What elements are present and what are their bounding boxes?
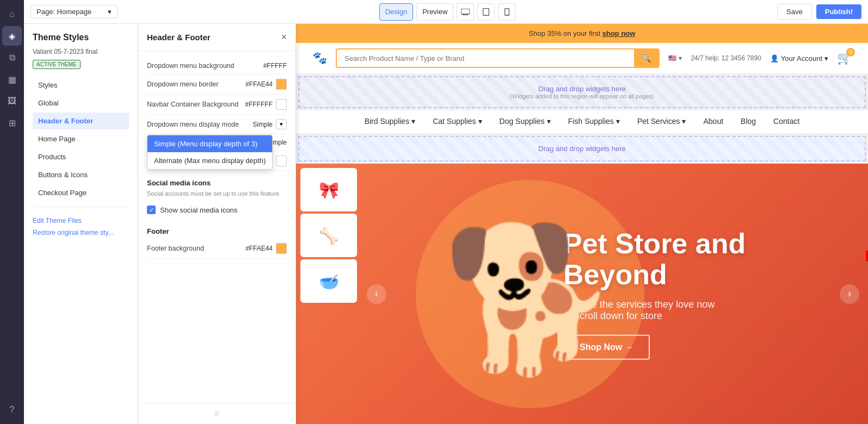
navbar-bg-swatch[interactable] (276, 99, 287, 110)
drag-handle: ≡ (214, 409, 219, 419)
hf-panel-footer: ≡ (138, 403, 296, 424)
publish-button[interactable]: Publish! (816, 4, 861, 19)
hf-row-dropdown-bg: Dropdown menu background #FFFFF (147, 58, 287, 74)
design-btn[interactable]: Design (379, 3, 413, 21)
thumb-3: 🥣 (300, 259, 357, 303)
account-chevron: ▾ (824, 54, 828, 63)
show-social-label: Show social media icons (160, 206, 237, 214)
nav-item-contact[interactable]: Contact (765, 110, 808, 133)
hf-settings-panel: Header & Footer × Dropdown menu backgrou… (138, 24, 296, 424)
thumb-2: 🦴 (300, 214, 357, 257)
hf-row-dropdown-mode: Dropdown menu display mode Simple ▾ Simp… (147, 115, 287, 134)
nav-item-blog[interactable]: Blog (732, 110, 765, 133)
drop-zone-sub: (Widgets added to this region will appea… (307, 93, 857, 99)
active-theme-badge: ACTIVE THEME (33, 60, 81, 69)
footer-section-title: Footer (147, 227, 287, 235)
restore-link[interactable]: Restore original theme sty... (33, 227, 129, 239)
save-button[interactable]: Save (777, 4, 812, 20)
nav-item-fish[interactable]: Fish Supplies ▾ (559, 110, 629, 133)
drop-zone-2-text: Drag and drop widgets here (307, 145, 857, 153)
main-area: Page: Homepage ▾ Design Preview Save Pub… (24, 0, 868, 424)
sidebar-media-icon[interactable]: 🖼 (2, 91, 22, 111)
sidebar-widgets-icon[interactable]: ▦ (2, 70, 22, 89)
dropdown-bg-label: Dropdown menu background (147, 62, 263, 70)
search-button[interactable]: 🔍 (634, 49, 658, 67)
theme-name: Valiant 05-7-2023 final (33, 48, 129, 55)
cart-icon-wrap[interactable]: 🛒 0 (837, 51, 852, 65)
dropdown-mode-label: Dropdown menu display mode (147, 121, 253, 128)
announce-text: Shop 35% on your first (529, 29, 602, 38)
nav-item-dog[interactable]: Dog Supplies ▾ (491, 110, 559, 133)
show-social-checkbox[interactable] (147, 205, 156, 214)
svg-point-5 (486, 14, 487, 15)
hero-side-thumbs: 🎀 🦴 🥣 (296, 164, 361, 424)
page-selector[interactable]: Page: Homepage ▾ (30, 5, 118, 18)
dropdown-border-label: Dropdown menu border (147, 80, 245, 88)
hf-panel-title: Header & Footer (147, 33, 211, 42)
hero-next-arrow[interactable]: › (840, 284, 859, 304)
flag-icon: 🇺🇸 (668, 54, 676, 62)
flag-chevron: ▾ (679, 54, 682, 62)
footer-bg-text: #FFAE44 (245, 245, 273, 252)
sidebar-home-icon[interactable]: ⌂ (2, 4, 22, 24)
search-input[interactable] (337, 50, 634, 67)
sidebar-item-checkout-page[interactable]: Checkout Page (33, 184, 129, 201)
sidebar-item-header-footer[interactable]: Header & Footer (33, 113, 129, 129)
cart-badge: 0 (846, 48, 855, 57)
dropdown-option-alternate[interactable]: Alternate (Max menu display depth) (147, 152, 272, 169)
hf-row-dropdown-border: Dropdown menu border #FFAE44 (147, 74, 287, 95)
nav-item-bird[interactable]: Bird Supplies ▾ (356, 110, 424, 133)
nav-item-about[interactable]: About (694, 110, 732, 133)
quick-search-bg-swatch[interactable] (276, 155, 287, 166)
tablet-view-btn[interactable] (477, 3, 495, 21)
site-nav: Bird Supplies ▾ Cat Supplies ▾ Dog Suppl… (296, 110, 868, 134)
page-selector-label: Page: Homepage (36, 8, 91, 16)
desktop-view-btn[interactable] (457, 3, 474, 21)
drop-zone-above-nav: Drag and drop widgets here (Widgets adde… (298, 76, 866, 108)
site-logo: 🐾 (312, 51, 327, 65)
hero-dog-image: 🐕 (442, 216, 618, 382)
announce-link[interactable]: shop now (602, 29, 636, 38)
hf-row-navbar-bg: Navbar Container Background #FFFFFF (147, 95, 287, 115)
search-bar: 🔍 (336, 48, 660, 68)
sidebar-item-global[interactable]: Global (33, 95, 129, 111)
navbar-bg-text: #FFFFFF (245, 101, 273, 108)
flag-wrap: 🇺🇸 ▾ (668, 54, 682, 62)
hf-row-footer-bg: Footer background #FFAE44 (147, 239, 287, 259)
dropdown-mode-select-wrap: ▾ (276, 119, 287, 129)
thumb-1: 🎀 (300, 168, 357, 211)
sidebar-item-home-page[interactable]: Home Page (33, 130, 129, 147)
drop-zone-text: Drag and drop widgets here (307, 85, 857, 93)
hero-prev-arrow[interactable]: ‹ (367, 284, 386, 304)
sidebar-item-styles[interactable]: Styles (33, 77, 129, 93)
nav-item-pet-services[interactable]: Pet Services ▾ (629, 110, 695, 133)
sidebar-theme-icon[interactable]: ◈ (2, 26, 22, 46)
dropdown-option-simple[interactable]: Simple (Menu display depth of 3) (147, 135, 272, 152)
hero-section: 🎀 🦴 🥣 🐕 ‹ Pet Store and Beyond (296, 164, 868, 424)
edit-theme-link[interactable]: Edit Theme Files (33, 215, 129, 227)
nav-item-cat[interactable]: Cat Supplies ▾ (424, 110, 490, 133)
account-label: Your Account (781, 54, 822, 63)
mobile-view-btn[interactable] (498, 3, 515, 21)
dropdown-mode-toggle[interactable]: ▾ (276, 119, 287, 129)
sidebar-help-icon[interactable]: ? (2, 400, 22, 420)
preview-canvas: Shop 35% on your first shop now 🐾 🔍 🇺🇸 ▾ (296, 24, 868, 424)
hf-close-button[interactable]: × (281, 32, 287, 43)
dropdown-mode-overlay: Simple (Menu display depth of 3) Alterna… (147, 135, 273, 170)
footer-bg-swatch[interactable] (276, 243, 287, 254)
svg-rect-0 (461, 9, 470, 14)
page-selector-chevron: ▾ (108, 8, 112, 16)
content-row: Theme Styles Valiant 05-7-2023 final ACT… (24, 24, 868, 424)
show-social-row: Show social media icons (147, 200, 287, 220)
sidebar-item-products[interactable]: Products (33, 148, 129, 165)
preview-btn[interactable]: Preview (416, 3, 453, 21)
dropdown-mode-text: Simple (253, 121, 273, 128)
social-section-title: Social media icons (147, 179, 287, 187)
account-wrap[interactable]: 👤 Your Account ▾ (770, 54, 828, 63)
sidebar-apps-icon[interactable]: ⊞ (2, 113, 22, 133)
sidebar-item-buttons-icons[interactable]: Buttons & Icons (33, 166, 129, 183)
dropdown-bg-value: #FFFFF (263, 62, 287, 70)
dropdown-border-swatch[interactable] (276, 79, 287, 90)
top-bar: Page: Homepage ▾ Design Preview Save Pub… (24, 0, 868, 24)
sidebar-layers-icon[interactable]: ⧉ (2, 48, 22, 67)
